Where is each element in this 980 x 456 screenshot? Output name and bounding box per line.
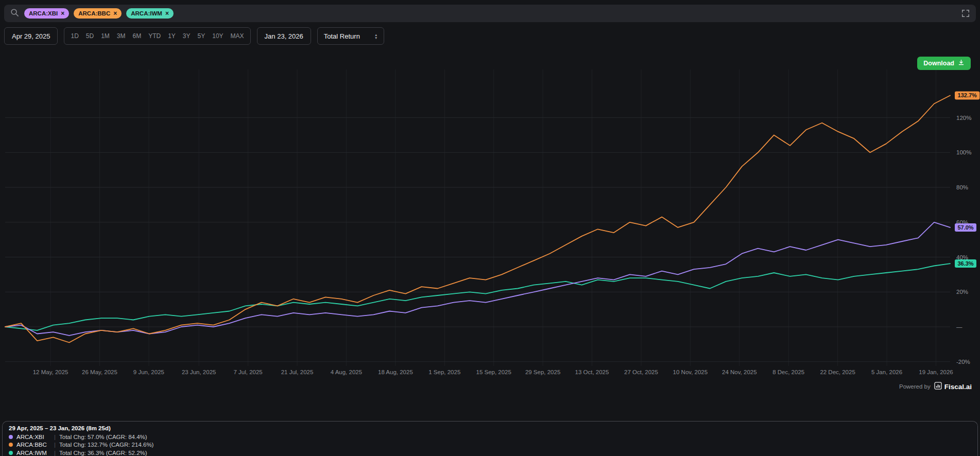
end-date-input[interactable]: Jan 23, 2026 [257,27,311,45]
legend-color-dot [9,451,13,455]
svg-text:23 Jun, 2025: 23 Jun, 2025 [182,369,216,375]
legend-ticker: ARCA:IWM [16,450,50,456]
svg-text:40%: 40% [956,254,968,260]
price-chart[interactable]: -20%—20%40%60%80%100%120%12 May, 202526 … [0,49,980,383]
metric-select-value: Total Return [324,32,360,40]
legend-rows: ARCA:XBI|Total Chg: 57.0% (CAGR: 84.4%)A… [9,433,971,456]
range-button-1m[interactable]: 1M [97,28,113,44]
download-button[interactable]: Download [917,57,971,70]
svg-text:26 May, 2025: 26 May, 2025 [82,369,117,375]
svg-text:120%: 120% [956,115,971,121]
legend-divider: | [54,450,56,456]
select-chevrons-icon: ▲▼ [374,33,377,39]
ticker-chip-label: ARCA:XBI [29,10,58,16]
svg-text:7 Jul, 2025: 7 Jul, 2025 [233,369,262,375]
svg-text:80%: 80% [956,184,968,190]
legend-row-arca-xbi: ARCA:XBI|Total Chg: 57.0% (CAGR: 84.4%) [9,433,971,441]
svg-text:8 Dec, 2025: 8 Dec, 2025 [772,369,804,375]
search-icon[interactable] [10,8,19,19]
metric-select[interactable]: Total Return ▲▼ [317,27,385,45]
svg-text:20%: 20% [956,289,968,295]
range-button-3m[interactable]: 3M [113,28,129,44]
legend-detail: Total Chg: 57.0% (CAGR: 84.4%) [59,434,147,440]
range-button-1d[interactable]: 1D [67,28,82,44]
range-button-1y[interactable]: 1Y [164,28,179,44]
chip-close-icon[interactable]: × [61,10,64,16]
svg-text:19 Jan, 2026: 19 Jan, 2026 [919,369,953,375]
range-button-max[interactable]: MAX [227,28,248,44]
chip-close-icon[interactable]: × [113,10,117,16]
fiscal-ai-brand-label: Fiscal.ai [944,383,972,391]
legend-color-dot [9,435,13,439]
legend-row-arca-iwm: ARCA:IWM|Total Chg: 36.3% (CAGR: 52.2%) [9,449,971,456]
range-button-6m[interactable]: 6M [129,28,145,44]
svg-text:10 Nov, 2025: 10 Nov, 2025 [673,369,708,375]
svg-text:27 Oct, 2025: 27 Oct, 2025 [624,369,658,375]
legend-ticker: ARCA:XBI [16,434,50,440]
svg-text:21 Jul, 2025: 21 Jul, 2025 [281,369,314,375]
legend-color-dot [9,443,13,447]
svg-text:29 Sep, 2025: 29 Sep, 2025 [525,369,560,375]
chart-controls: Apr 29, 2025 1D5D1M3M6MYTD1Y3Y5Y10YMAX J… [4,27,384,45]
range-button-3y[interactable]: 3Y [179,28,194,44]
legend-detail: Total Chg: 36.3% (CAGR: 52.2%) [59,450,147,456]
ticker-chip-arca-xbi[interactable]: ARCA:XBI× [24,8,69,19]
range-button-group: 1D5D1M3M6MYTD1Y3Y5Y10YMAX [64,27,250,45]
range-button-10y[interactable]: 10Y [209,28,227,44]
ticker-chip-label: ARCA:IWM [131,10,162,16]
fiscal-ai-logo-icon [934,382,942,391]
legend-divider: | [54,442,56,448]
range-button-5d[interactable]: 5D [82,28,97,44]
svg-text:12 May, 2025: 12 May, 2025 [33,369,68,375]
svg-text:57.0%: 57.0% [957,224,973,231]
svg-text:18 Aug, 2025: 18 Aug, 2025 [378,369,413,375]
range-button-ytd[interactable]: YTD [145,28,164,44]
fiscal-ai-brand[interactable]: Fiscal.ai [934,382,972,391]
download-icon [958,59,965,67]
svg-text:1 Sep, 2025: 1 Sep, 2025 [428,369,460,375]
svg-text:-20%: -20% [956,359,970,365]
fullscreen-icon[interactable] [961,9,970,17]
legend-ticker: ARCA:BBC [16,442,50,448]
svg-text:15 Sep, 2025: 15 Sep, 2025 [476,369,511,375]
powered-by-label: Powered by [899,383,931,390]
ticker-chip-arca-iwm[interactable]: ARCA:IWM× [126,8,174,19]
svg-text:24 Nov, 2025: 24 Nov, 2025 [722,369,757,375]
ticker-chip-arca-bbc[interactable]: ARCA:BBC× [74,8,122,19]
svg-text:—: — [956,324,962,330]
legend-date-range: 29 Apr, 2025 – 23 Jan, 2026 (8m 25d) [9,425,971,431]
svg-text:36.3%: 36.3% [957,260,973,267]
svg-text:13 Oct, 2025: 13 Oct, 2025 [575,369,609,375]
svg-text:100%: 100% [956,149,971,155]
range-button-5y[interactable]: 5Y [194,28,209,44]
start-date-input[interactable]: Apr 29, 2025 [4,27,58,45]
svg-text:22 Dec, 2025: 22 Dec, 2025 [820,369,855,375]
legend-divider: | [54,434,56,440]
download-label: Download [923,60,954,67]
svg-text:5 Jan, 2026: 5 Jan, 2026 [871,369,902,375]
ticker-search-bar[interactable]: ARCA:XBI×ARCA:BBC×ARCA:IWM× [4,5,976,22]
chip-close-icon[interactable]: × [165,10,169,16]
legend-row-arca-bbc: ARCA:BBC|Total Chg: 132.7% (CAGR: 214.6%… [9,441,971,449]
svg-text:132.7%: 132.7% [958,92,977,98]
ticker-chip-label: ARCA:BBC [78,10,110,16]
svg-text:4 Aug, 2025: 4 Aug, 2025 [331,369,362,375]
powered-by: Powered by Fiscal.ai [899,382,972,391]
ticker-chip-list: ARCA:XBI×ARCA:BBC×ARCA:IWM× [24,8,174,19]
chart-legend: 29 Apr, 2025 – 23 Jan, 2026 (8m 25d) ARC… [2,421,978,456]
svg-text:9 Jun, 2025: 9 Jun, 2025 [133,369,164,375]
legend-detail: Total Chg: 132.7% (CAGR: 214.6%) [59,442,153,448]
